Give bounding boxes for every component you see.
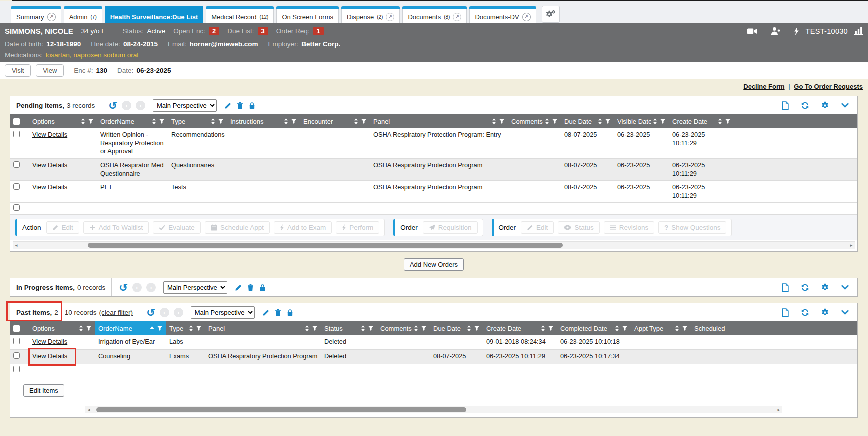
row-checkbox[interactable] — [14, 131, 20, 137]
sort-icon[interactable] — [284, 118, 288, 125]
open-enc-badge[interactable]: 2 — [209, 27, 220, 35]
sort-icon[interactable] — [414, 325, 418, 332]
tab-documents-dv[interactable]: Documents-DV ↗ — [470, 6, 536, 23]
scroll-left-arrow[interactable]: ◄ — [13, 242, 20, 249]
scrollbar-thumb[interactable] — [88, 243, 563, 248]
lock-perspective-icon[interactable] — [286, 309, 294, 316]
perspective-select[interactable]: Main Perspective — [164, 281, 228, 294]
order-req-badge[interactable]: 1 — [314, 27, 324, 35]
tab-medical-record[interactable]: Medical Record (12) — [206, 6, 274, 23]
revisions-button[interactable]: Revisions — [604, 221, 655, 234]
column-header-scheduled[interactable]: Scheduled — [692, 321, 858, 335]
undo-icon[interactable]: ↺ — [108, 100, 118, 111]
tab-settings-button[interactable] — [542, 6, 560, 23]
filter-funnel-icon[interactable] — [622, 325, 628, 331]
filter-funnel-icon[interactable] — [86, 325, 92, 331]
row-checkbox[interactable] — [14, 352, 20, 359]
filter-funnel-icon[interactable] — [682, 325, 688, 331]
filter-funnel-icon[interactable] — [218, 118, 224, 124]
column-header-create-date[interactable]: Create Date — [484, 321, 558, 335]
collapse-chevron-icon[interactable] — [841, 101, 850, 110]
filter-funnel-icon[interactable] — [474, 325, 480, 331]
sort-icon[interactable] — [361, 325, 366, 332]
schedule-appt-button[interactable]: Schedule Appt — [205, 221, 270, 234]
perform-button[interactable]: Perform — [336, 221, 380, 234]
undo-icon[interactable]: ↺ — [146, 307, 156, 318]
column-header-ordername[interactable]: OrderName — [98, 114, 168, 128]
filter-funnel-icon[interactable] — [605, 118, 611, 124]
filter-funnel-icon[interactable] — [552, 118, 558, 124]
sort-icon[interactable] — [79, 325, 84, 332]
go-to-order-requests-link[interactable]: Go To Order Requests — [794, 83, 863, 90]
column-header-comments[interactable]: Comments — [378, 321, 430, 335]
scroll-right-arrow[interactable]: ► — [848, 242, 855, 249]
scroll-left-arrow[interactable]: ◄ — [86, 407, 92, 413]
tab-admin[interactable]: Admin (7) — [64, 6, 102, 23]
sort-icon[interactable] — [653, 118, 658, 125]
requisition-button[interactable]: Requisition — [423, 221, 478, 234]
column-header-ordername-sorted[interactable]: OrderName — [96, 321, 166, 335]
refresh-icon[interactable] — [801, 308, 810, 317]
settings-gear-icon[interactable] — [821, 308, 830, 317]
evaluate-button[interactable]: Evaluate — [153, 221, 201, 234]
row-checkbox[interactable] — [14, 161, 20, 168]
column-header-type[interactable]: Type — [168, 114, 228, 128]
column-header-panel[interactable]: Panel — [206, 321, 322, 335]
sort-ascending-icon[interactable] — [150, 325, 154, 332]
column-header-completed-date[interactable]: Completed Date — [558, 321, 632, 335]
sort-icon[interactable] — [598, 118, 602, 125]
add-new-orders-button[interactable]: Add New Orders — [404, 258, 464, 271]
show-questions-button[interactable]: ?Show Questions — [658, 221, 726, 234]
column-header-due-date[interactable]: Due Date — [430, 321, 484, 335]
prev-page-icon[interactable]: ‹ — [122, 101, 132, 110]
edit-perspective-icon[interactable] — [262, 309, 270, 316]
scroll-right-arrow[interactable]: ► — [776, 407, 782, 413]
next-page-icon[interactable]: › — [174, 308, 184, 317]
new-document-icon[interactable] — [781, 101, 790, 110]
add-to-waitlist-button[interactable]: Add To Waitlist — [84, 221, 150, 234]
status-button[interactable]: Status — [558, 221, 600, 234]
column-header-instructions[interactable]: Instructions — [228, 114, 300, 128]
popout-icon[interactable]: ↗ — [48, 13, 56, 21]
select-all-checkbox[interactable] — [14, 325, 20, 332]
popout-icon[interactable]: ↗ — [453, 13, 462, 21]
view-details-link[interactable]: View Details — [32, 161, 68, 169]
lightning-icon[interactable] — [794, 27, 800, 35]
clear-filter-link[interactable]: (clear filter) — [100, 309, 134, 316]
column-header-options[interactable]: Options — [30, 321, 96, 335]
sort-icon[interactable] — [81, 118, 86, 125]
tab-summary[interactable]: Summary ↗ — [11, 6, 62, 23]
sort-icon[interactable] — [467, 325, 472, 332]
sort-icon[interactable] — [305, 325, 310, 332]
column-header-comments[interactable]: Comments — [508, 114, 562, 128]
column-header-type[interactable]: Type — [166, 321, 206, 335]
collapse-chevron-icon[interactable] — [841, 283, 850, 292]
row-checkbox[interactable] — [14, 366, 20, 372]
filter-funnel-icon[interactable] — [499, 118, 505, 124]
select-all-checkbox[interactable] — [14, 118, 20, 125]
edit-perspective-icon[interactable] — [224, 102, 232, 109]
filter-funnel-icon[interactable] — [312, 325, 318, 331]
column-header-due-date[interactable]: Due Date — [562, 114, 614, 128]
new-document-icon[interactable] — [781, 308, 790, 317]
sort-icon[interactable] — [718, 118, 722, 125]
filter-funnel-icon[interactable] — [725, 118, 731, 124]
column-header-create-date[interactable]: Create Date — [670, 114, 734, 128]
visit-button[interactable]: Visit — [5, 64, 31, 77]
edit-perspective-icon[interactable] — [235, 284, 242, 291]
sort-icon[interactable] — [675, 325, 680, 332]
column-header-visible-date[interactable]: Visible Date — [614, 114, 670, 128]
sort-icon[interactable] — [354, 118, 358, 125]
settings-gear-icon[interactable] — [821, 283, 830, 292]
refresh-icon[interactable] — [801, 283, 810, 292]
prev-page-icon[interactable]: ‹ — [160, 308, 170, 317]
collapse-chevron-icon[interactable] — [841, 308, 850, 317]
popout-icon[interactable]: ↗ — [386, 13, 394, 21]
undo-icon[interactable]: ↺ — [119, 282, 128, 293]
edit-button[interactable]: Edit — [46, 221, 80, 234]
delete-perspective-icon[interactable] — [274, 309, 282, 316]
new-document-icon[interactable] — [781, 283, 790, 292]
edit-items-button[interactable]: Edit Items — [24, 384, 64, 397]
add-to-exam-button[interactable]: Add to Exam — [274, 221, 332, 234]
view-details-link[interactable]: View Details — [32, 338, 68, 345]
